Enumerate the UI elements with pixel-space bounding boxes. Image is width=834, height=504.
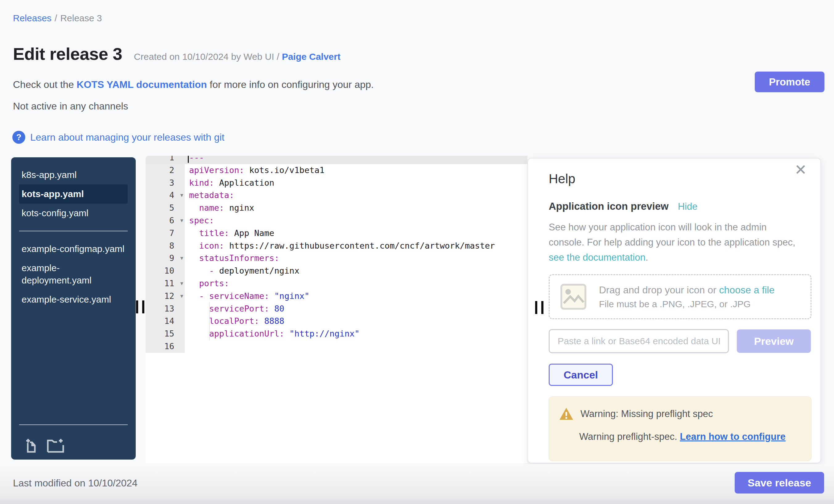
code-line-9[interactable]: 9▾ statusInformers: <box>146 252 527 265</box>
code-line-15[interactable]: 15 applicationUrl: "http://nginx" <box>146 328 527 340</box>
warning-title: Warning: Missing preflight spec <box>580 409 713 419</box>
save-release-button[interactable]: Save release <box>735 472 824 494</box>
resize-bar <box>535 301 537 314</box>
icon-url-input[interactable] <box>549 329 729 353</box>
code-line-1[interactable]: 1--- <box>146 156 527 164</box>
code-line-11[interactable]: 11▾ ports: <box>146 277 527 290</box>
icon-preview-description: See how your application icon will look … <box>549 220 795 265</box>
file-list-divider <box>19 231 128 231</box>
fold-arrow-icon[interactable]: ▾ <box>180 290 183 303</box>
icon-preview-title: Application icon preview <box>549 200 669 212</box>
line-number: 7 <box>146 227 185 240</box>
code-line-6[interactable]: 6▾spec: <box>146 214 527 227</box>
close-icon[interactable]: ✕ <box>794 161 807 178</box>
dropzone-text: Drag and drop your icon or choose a file… <box>599 284 774 309</box>
git-link-label: Learn about managing your releases with … <box>30 132 224 143</box>
code-line-4[interactable]: 4▾metadata: <box>146 189 527 202</box>
code-text: ports: <box>185 277 229 290</box>
sidebar-item-k8s-app-yaml[interactable]: k8s-app.yaml <box>19 165 128 184</box>
new-file-icon[interactable] <box>25 438 40 454</box>
line-number: 4▾ <box>146 189 185 202</box>
preflight-warning-box: Warning: Missing preflight spec Warning … <box>549 396 811 461</box>
code-line-13[interactable]: 13 servicePort: 80 <box>146 303 527 315</box>
fold-arrow-icon[interactable]: ▾ <box>180 214 183 227</box>
code-line-14[interactable]: 14 localPort: 8888 <box>146 315 527 328</box>
fold-arrow-icon[interactable]: ▾ <box>180 252 183 265</box>
sidebar-item-example-configmap-yaml[interactable]: example-configmap.yaml <box>19 239 128 259</box>
breadcrumb: Releases/Release 3 <box>13 13 102 23</box>
line-number: 8 <box>146 240 185 252</box>
line-number: 1 <box>146 156 185 164</box>
line-number: 15 <box>146 328 185 340</box>
line-number: 3 <box>146 177 185 190</box>
editor-resize-handle[interactable] <box>136 301 144 313</box>
choose-file-link[interactable]: choose a file <box>719 284 775 295</box>
file-sidebar: k8s-app.yamlkots-app.yamlkots-config.yam… <box>11 157 136 460</box>
icon-preview-section-header: Application icon preview Hide <box>549 200 811 212</box>
code-line-3[interactable]: 3kind: Application <box>146 177 527 190</box>
page-title: Edit release 3 <box>13 44 122 64</box>
preview-button[interactable]: Preview <box>737 329 811 353</box>
learn-configure-link[interactable]: Learn how to configure <box>680 431 786 442</box>
promote-button[interactable]: Promote <box>755 71 825 92</box>
created-text: Created on 10/10/2024 by Web UI / <box>134 51 282 62</box>
created-author-link[interactable]: Paige Calvert <box>282 51 341 62</box>
cancel-button[interactable]: Cancel <box>549 364 613 386</box>
sidebar-item-example-service-yaml[interactable]: example-service.yaml <box>19 290 128 309</box>
git-help-link[interactable]: ? Learn about managing your releases wit… <box>12 131 224 144</box>
see-documentation-link[interactable]: see the documentation <box>549 252 645 263</box>
line-number: 9▾ <box>146 252 185 265</box>
line-number: 6▾ <box>146 214 185 227</box>
indent-guide <box>209 303 210 340</box>
code-line-7[interactable]: 7 title: App Name <box>146 227 527 240</box>
sidebar-bottom-divider <box>19 424 128 425</box>
breadcrumb-releases-link[interactable]: Releases <box>13 13 51 23</box>
resize-bar <box>136 301 138 313</box>
code-text: statusInformers: <box>185 252 280 265</box>
line-number: 16 <box>146 340 185 353</box>
warning-body: Warning preflight-spec. Learn how to con… <box>559 431 802 442</box>
code-text: title: App Name <box>185 227 274 240</box>
line-number: 11▾ <box>146 277 185 290</box>
code-line-16[interactable]: 16 <box>146 340 527 353</box>
created-meta: Created on 10/10/2024 by Web UI / Paige … <box>134 51 341 62</box>
last-modified-text: Last modified on 10/10/2024 <box>13 478 137 489</box>
doc-line-pre: Check out the <box>13 79 76 90</box>
code-text: servicePort: 80 <box>185 303 284 315</box>
description-post: . <box>645 252 648 263</box>
doc-line-post: for more info on configuring your app. <box>207 79 374 90</box>
code-area: 1---2apiVersion: kots.io/v1beta13kind: A… <box>146 156 527 353</box>
code-line-10[interactable]: 10 - deployment/nginx <box>146 265 527 277</box>
warning-body-text: Warning preflight-spec. <box>579 431 680 442</box>
code-line-12[interactable]: 12▾ - serviceName: "nginx" <box>146 290 527 303</box>
code-text: - serviceName: "nginx" <box>185 290 309 303</box>
code-text: apiVersion: kots.io/v1beta1 <box>185 164 325 177</box>
resize-bar <box>142 301 144 313</box>
code-text: localPort: 8888 <box>185 315 284 328</box>
text-cursor <box>188 156 189 163</box>
line-number: 2 <box>146 164 185 177</box>
kots-yaml-doc-link[interactable]: KOTS YAML documentation <box>76 79 207 90</box>
new-folder-icon[interactable] <box>47 438 65 454</box>
help-panel: ✕ Help Application icon preview Hide See… <box>527 158 821 463</box>
description-pre: See how your application icon will look … <box>549 222 795 248</box>
title-row: Edit release 3 Created on 10/10/2024 by … <box>13 44 341 64</box>
code-line-2[interactable]: 2apiVersion: kots.io/v1beta1 <box>146 164 527 177</box>
fold-arrow-icon[interactable]: ▾ <box>180 189 183 202</box>
sidebar-actions <box>25 438 65 454</box>
channel-status: Not active in any channels <box>13 101 128 112</box>
fold-arrow-icon[interactable]: ▾ <box>180 277 183 290</box>
help-panel-resize-handle[interactable] <box>535 301 544 314</box>
sidebar-item-example-deployment-yaml[interactable]: example-deployment.yaml <box>19 259 128 290</box>
yaml-editor[interactable]: 1---2apiVersion: kots.io/v1beta13kind: A… <box>146 156 527 463</box>
code-line-5[interactable]: 5 name: nginx <box>146 202 527 214</box>
warning-icon <box>559 407 574 421</box>
code-text: --- <box>185 156 204 164</box>
image-placeholder-icon <box>560 283 587 310</box>
icon-dropzone[interactable]: Drag and drop your icon or choose a file… <box>549 274 811 319</box>
code-text: metadata: <box>185 189 234 202</box>
code-line-8[interactable]: 8 icon: https://raw.githubusercontent.co… <box>146 240 527 252</box>
sidebar-item-kots-app-yaml[interactable]: kots-app.yaml <box>19 184 128 203</box>
sidebar-item-kots-config-yaml[interactable]: kots-config.yaml <box>19 203 128 223</box>
hide-link[interactable]: Hide <box>678 201 698 212</box>
